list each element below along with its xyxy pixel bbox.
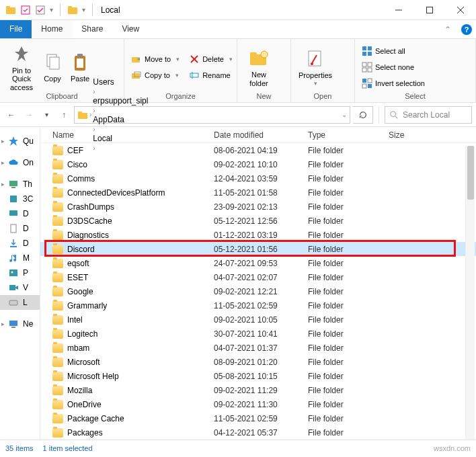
table-row[interactable]: Grammarly11-05-2021 02:59File folder [40, 298, 476, 313]
sidebar-item[interactable]: D [0, 221, 40, 236]
up-button[interactable]: ↑ [56, 108, 71, 122]
file-name: mbam [67, 343, 89, 353]
chevron-right-icon[interactable]: › [93, 88, 95, 95]
group-label: Open [291, 92, 354, 102]
dropdown-icon[interactable]: ▾ [50, 6, 53, 13]
table-row[interactable]: Diagnostics01-12-2021 03:19File folder [40, 228, 476, 242]
table-row[interactable]: ConnectedDevicesPlatform11-05-2021 01:58… [40, 185, 476, 200]
dropdown-icon[interactable]: ▾ [82, 6, 85, 13]
address-bar[interactable]: › Users › erpsupport_sipl › AppData › Lo… [74, 106, 350, 124]
table-row[interactable]: CEF08-06-2021 04:19File folder [40, 143, 476, 157]
table-row[interactable]: OneDrive09-02-2021 11:30File folder [40, 397, 476, 411]
sidebar-item[interactable]: V [0, 280, 40, 295]
sidebar-item[interactable]: ▸Th [0, 177, 40, 192]
column-header-name[interactable]: Name [40, 130, 214, 140]
forward-button[interactable]: → [22, 108, 36, 122]
copy-button[interactable]: Copy [39, 50, 66, 83]
sidebar-item[interactable]: D [0, 206, 40, 221]
tab-home[interactable]: Home [32, 20, 72, 38]
table-row[interactable]: mbam04-07-2021 01:37File folder [40, 341, 476, 355]
navigation-pane[interactable]: ▸Qu▸On▸Th3CDDDMPVL▸Ne [0, 127, 40, 440]
scrollbar[interactable] [465, 146, 475, 440]
table-row[interactable]: Comms12-04-2021 03:59File folder [40, 171, 476, 185]
pin-to-quick-access-button[interactable]: Pin to Quick access [4, 42, 39, 91]
file-date: 05-12-2021 01:56 [214, 245, 308, 254]
table-row[interactable]: Intel09-02-2021 10:05File folder [40, 313, 476, 327]
svg-rect-42 [362, 63, 366, 67]
save-icon[interactable] [20, 5, 31, 15]
sidebar-item[interactable]: ▸Ne [0, 317, 40, 331]
folder-icon [52, 202, 63, 212]
maximize-button[interactable] [414, 0, 445, 20]
minimize-button[interactable] [383, 0, 414, 20]
file-name: ConnectedDevicesPlatform [67, 188, 165, 198]
select-all-button[interactable]: Select all [359, 44, 428, 58]
select-none-button[interactable]: Select none [359, 60, 428, 75]
chevron-right-icon[interactable]: › [89, 111, 91, 118]
close-button[interactable] [445, 0, 476, 20]
tree-item-icon [8, 194, 19, 204]
rename-icon [189, 70, 200, 81]
sidebar-item[interactable]: ▸Qu [0, 134, 40, 149]
table-row[interactable]: eqsoft24-07-2021 09:53File folder [40, 256, 476, 270]
table-row[interactable]: Google09-02-2021 12:21File folder [40, 284, 476, 298]
file-list[interactable]: Name Date modified Type Size CEF08-06-20… [40, 127, 476, 440]
sidebar-item[interactable]: M [0, 251, 40, 265]
table-row[interactable]: Cisco09-02-2021 10:10File folder [40, 157, 476, 171]
table-row[interactable]: Packages04-12-2021 05:37File folder [40, 425, 476, 439]
file-type: File folder [308, 160, 389, 169]
sidebar-item[interactable]: 3C [0, 192, 40, 206]
tree-item-icon [8, 208, 19, 219]
table-row[interactable]: Microsoft08-09-2021 01:20File folder [40, 355, 476, 369]
collapse-ribbon-button[interactable]: ⌃ [438, 20, 457, 38]
tab-view[interactable]: View [112, 20, 149, 38]
table-row[interactable]: D3DSCache05-12-2021 12:56File folder [40, 214, 476, 228]
search-input[interactable]: Search Local [385, 106, 472, 124]
delete-button[interactable]: Delete▾ [186, 52, 235, 67]
move-to-button[interactable]: Move to▾ [128, 52, 182, 67]
svg-rect-48 [362, 84, 366, 88]
table-row[interactable]: Microsoft Help05-08-2021 10:15File folde… [40, 369, 476, 383]
checkbox-icon[interactable] [35, 5, 46, 15]
dropdown-icon[interactable]: ⌄ [342, 111, 347, 118]
svg-rect-29 [250, 52, 257, 56]
rename-button[interactable]: Rename [186, 68, 235, 83]
sidebar-item[interactable]: ▸On [0, 155, 40, 170]
file-date: 04-07-2021 02:07 [214, 273, 308, 282]
sidebar-item[interactable]: L [0, 295, 40, 310]
svg-rect-41 [368, 52, 372, 56]
sidebar-item[interactable]: D [0, 236, 40, 251]
table-row[interactable]: ESET04-07-2021 02:07File folder [40, 270, 476, 284]
svg-rect-49 [368, 84, 372, 88]
breadcrumb-item[interactable]: AppData [93, 115, 148, 124]
sidebar-item[interactable]: P [0, 265, 40, 280]
breadcrumb-item[interactable]: Users [93, 77, 148, 87]
tab-share[interactable]: Share [72, 20, 112, 38]
column-header-date[interactable]: Date modified [214, 130, 308, 140]
new-folder-button[interactable]: New folder [241, 46, 276, 87]
table-row[interactable]: Discord05-12-2021 01:56File folder [40, 242, 476, 256]
column-header-type[interactable]: Type [308, 130, 389, 140]
file-name: ESET [67, 273, 88, 282]
refresh-button[interactable] [353, 106, 373, 124]
chevron-right-icon[interactable]: › [93, 107, 95, 114]
back-button[interactable]: ← [4, 108, 19, 122]
table-row[interactable]: Mozilla09-02-2021 11:29File folder [40, 383, 476, 397]
paste-button[interactable]: Paste [66, 50, 94, 83]
invert-selection-button[interactable]: Invert selection [359, 76, 428, 91]
svg-rect-59 [10, 246, 17, 247]
table-row[interactable]: Logitech30-07-2021 10:41File folder [40, 327, 476, 341]
folder-icon [67, 5, 78, 15]
breadcrumb-item[interactable]: erpsupport_sipl [93, 96, 148, 106]
table-row[interactable]: CrashDumps23-09-2021 02:13File folder [40, 200, 476, 214]
svg-rect-64 [9, 321, 17, 326]
file-type: File folder [308, 259, 389, 268]
column-header-size[interactable]: Size [389, 130, 442, 140]
recent-locations-button[interactable]: ▾ [39, 108, 54, 122]
pin-icon [11, 44, 32, 65]
table-row[interactable]: Package Cache11-05-2021 02:59File folder [40, 411, 476, 425]
properties-button[interactable]: Properties▾ [295, 47, 335, 87]
folder-icon [52, 343, 63, 353]
tab-file[interactable]: File [0, 20, 32, 38]
help-button[interactable]: ? [457, 20, 476, 38]
